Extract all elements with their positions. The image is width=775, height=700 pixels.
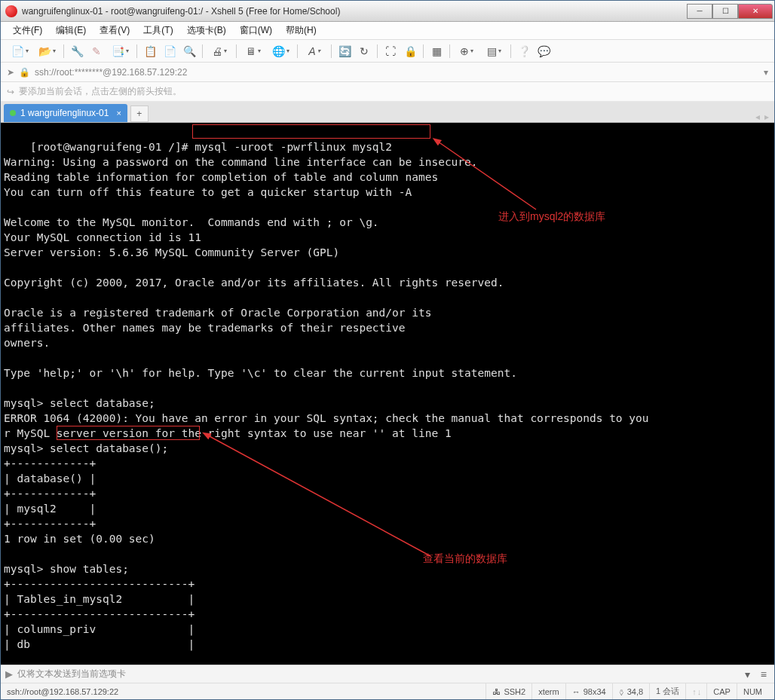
minimize-button[interactable]: ─ (687, 4, 712, 19)
toolbar-separator (449, 44, 450, 58)
disconnect-button[interactable]: ✎ (87, 43, 106, 60)
toolbar-separator (136, 44, 137, 58)
terminal[interactable]: [root@wangruifeng-01 /]# mysql -uroot -p… (1, 123, 774, 665)
screen-button[interactable]: 🖥 (240, 43, 266, 60)
compose-dropdown-icon[interactable]: ▾ (742, 668, 753, 680)
tab-prev-icon[interactable]: ◂ (753, 112, 762, 122)
reconnect-button[interactable]: 🔧 (68, 43, 86, 60)
toolbar-separator (423, 44, 424, 58)
toolbar-separator (331, 44, 332, 58)
menu-file[interactable]: 文件(F) (7, 23, 48, 38)
arrow-icon[interactable]: ➤ (7, 67, 14, 78)
status-cap: CAP (706, 683, 737, 699)
lock-button[interactable]: 🔒 (401, 43, 419, 60)
status-cursor: ⎀34,8 (612, 683, 649, 699)
toolbar-separator (510, 44, 511, 58)
fullscreen-button[interactable]: ⛶ (381, 43, 400, 60)
toolbar-separator (236, 44, 237, 58)
menu-window[interactable]: 窗口(W) (234, 23, 278, 38)
toolbar-separator (63, 44, 64, 58)
compose-menu-icon[interactable]: ≡ (758, 668, 770, 680)
status-sessions: 1 会话 (649, 683, 685, 699)
tab-next-icon[interactable]: ▸ (762, 112, 771, 122)
send-icon[interactable]: ▶ (5, 668, 13, 680)
menu-tools[interactable]: 工具(T) (137, 23, 179, 38)
paste-button[interactable]: 📄 (161, 43, 179, 60)
refresh-button[interactable]: ↻ (355, 43, 373, 60)
highlight-box-select (57, 426, 200, 440)
status-arrows: ↑ ↓ (685, 683, 706, 699)
maximize-button[interactable]: ☐ (712, 4, 738, 19)
tab-nav: ◂ ▸ (753, 112, 771, 122)
globe-button[interactable]: 🌐 (268, 43, 293, 60)
arrow-2 (197, 428, 438, 564)
menu-edit[interactable]: 编辑(E) (50, 23, 92, 38)
arrow-1 (423, 134, 544, 217)
tab-bar: 1 wangruifenglinux-01 × + ◂ ▸ (1, 102, 774, 123)
menubar: 文件(F) 编辑(E) 查看(V) 工具(T) 选项卡(B) 窗口(W) 帮助(… (1, 22, 774, 40)
ssh-icon: 🖧 (492, 687, 501, 696)
find-button[interactable]: 🔍 (180, 43, 198, 60)
tab-close-icon[interactable]: × (116, 109, 121, 118)
status-ssh: 🖧SSH2 (486, 683, 531, 699)
compose-input[interactable]: 仅将文本发送到当前选项卡 (17, 668, 737, 680)
help-button[interactable]: ❔ (515, 43, 533, 60)
cursor-icon: ⎀ (619, 687, 624, 696)
titlebar[interactable]: wangruifenglinux-01 - root@wangruifeng-0… (1, 1, 774, 22)
window-buttons: ─ ☐ ✕ (687, 4, 773, 19)
tip-icon: ↪ (7, 87, 14, 97)
app-icon (5, 5, 17, 17)
window-title: wangruifenglinux-01 - root@wangruifeng-0… (22, 6, 687, 17)
svg-line-1 (208, 436, 430, 556)
open-button[interactable]: 📂 (34, 43, 60, 60)
tip-text: 要添加当前会话，点击左侧的箭头按钮。 (19, 85, 182, 98)
xftp-button[interactable]: 🔄 (335, 43, 354, 60)
copy-button[interactable]: 📋 (141, 43, 159, 60)
new-session-button[interactable]: 📄 (7, 43, 32, 60)
toolbar: 📄 📂 🔧 ✎ 📑 📋 📄 🔍 🖨 🖥 🌐 A 🔄 ↻ ⛶ 🔒 ▦ ⊕ ▤ ❔ … (1, 40, 774, 63)
status-dot-icon (10, 110, 16, 116)
app-window: wangruifenglinux-01 - root@wangruifeng-0… (0, 0, 775, 700)
font-button[interactable]: A (302, 43, 327, 60)
layout-button[interactable]: ▤ (481, 43, 507, 60)
close-button[interactable]: ✕ (738, 4, 773, 19)
tab-label: 1 wangruifenglinux-01 (20, 108, 109, 118)
address-bar: ➤ 🔒 ssh://root:********@192.168.57.129:2… (1, 63, 774, 82)
status-term: xterm (531, 683, 565, 699)
svg-line-0 (438, 142, 536, 209)
print-button[interactable]: 🖨 (207, 43, 232, 60)
tip-bar: ↪ 要添加当前会话，点击左侧的箭头按钮。 (1, 82, 774, 102)
status-connection: ssh://root@192.168.57.129:22 (7, 687, 486, 696)
toolbar-separator (202, 44, 203, 58)
status-bar: ssh://root@192.168.57.129:22 🖧SSH2 xterm… (1, 683, 774, 699)
highlight-box-command (192, 124, 430, 139)
calc-button[interactable]: ▦ (427, 43, 446, 60)
menu-help[interactable]: 帮助(H) (280, 23, 323, 38)
compose-bar: ▶ 仅将文本发送到当前选项卡 ▾ ≡ (1, 665, 774, 683)
menu-tabs[interactable]: 选项卡(B) (181, 23, 232, 38)
toolbar-separator (297, 44, 298, 58)
comment-button[interactable]: 💬 (535, 43, 553, 60)
session-tab[interactable]: 1 wangruifenglinux-01 × (4, 104, 127, 122)
annotation-view-db: 查看当前的数据库 (423, 551, 507, 566)
menu-view[interactable]: 查看(V) (93, 23, 136, 38)
props-button[interactable]: 📑 (107, 43, 133, 60)
tab-add-button[interactable]: + (130, 105, 149, 122)
size-icon: ↔ (572, 687, 580, 696)
status-size: ↔98x34 (565, 683, 612, 699)
lock-icon: 🔒 (19, 67, 30, 78)
annotation-enter-db: 进入到mysql2的数据库 (498, 209, 605, 224)
dropdown-icon[interactable]: ▾ (764, 67, 768, 78)
toolbar-separator (377, 44, 378, 58)
address-text[interactable]: ssh://root:********@192.168.57.129:22 (35, 67, 759, 78)
add-button[interactable]: ⊕ (454, 43, 479, 60)
status-num: NUM (737, 683, 768, 699)
